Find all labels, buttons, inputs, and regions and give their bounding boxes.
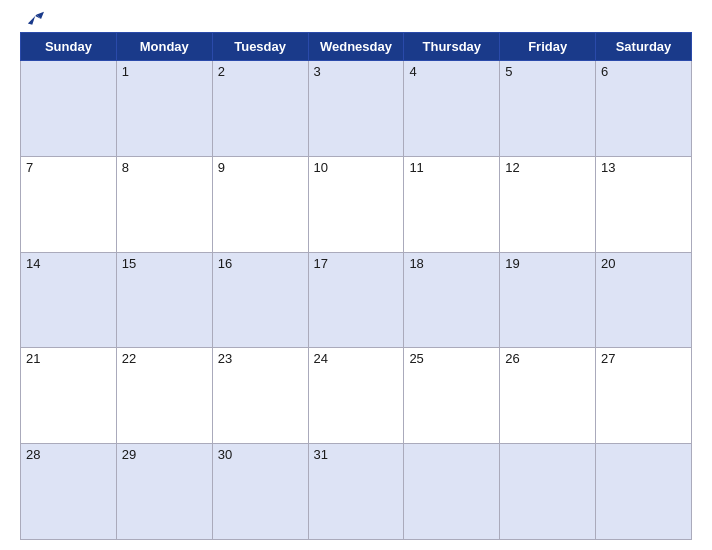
day-number: 12	[505, 160, 519, 175]
day-number: 26	[505, 351, 519, 366]
weekday-header-row: SundayMondayTuesdayWednesdayThursdayFrid…	[21, 33, 692, 61]
day-number: 21	[26, 351, 40, 366]
day-number: 4	[409, 64, 416, 79]
day-number: 24	[314, 351, 328, 366]
logo-bird-icon	[22, 10, 44, 28]
calendar-cell: 10	[308, 156, 404, 252]
day-number: 9	[218, 160, 225, 175]
day-number: 6	[601, 64, 608, 79]
day-number: 27	[601, 351, 615, 366]
day-number: 7	[26, 160, 33, 175]
day-number: 25	[409, 351, 423, 366]
day-number: 15	[122, 256, 136, 271]
calendar-week-row: 78910111213	[21, 156, 692, 252]
calendar-cell: 12	[500, 156, 596, 252]
day-number: 30	[218, 447, 232, 462]
calendar-cell: 26	[500, 348, 596, 444]
day-number: 14	[26, 256, 40, 271]
header	[20, 10, 692, 28]
day-number: 22	[122, 351, 136, 366]
logo	[20, 10, 44, 28]
calendar-cell	[21, 61, 117, 157]
calendar-cell: 18	[404, 252, 500, 348]
day-number: 1	[122, 64, 129, 79]
calendar-cell: 17	[308, 252, 404, 348]
calendar-cell: 4	[404, 61, 500, 157]
calendar-cell: 23	[212, 348, 308, 444]
weekday-header-sunday: Sunday	[21, 33, 117, 61]
calendar-cell: 7	[21, 156, 117, 252]
logo-blue-text	[20, 10, 44, 28]
calendar-cell: 13	[596, 156, 692, 252]
day-number: 31	[314, 447, 328, 462]
calendar-cell: 29	[116, 444, 212, 540]
calendar-cell: 9	[212, 156, 308, 252]
calendar-cell: 6	[596, 61, 692, 157]
calendar-cell	[596, 444, 692, 540]
calendar-cell: 22	[116, 348, 212, 444]
calendar-cell: 15	[116, 252, 212, 348]
day-number: 3	[314, 64, 321, 79]
calendar-cell: 24	[308, 348, 404, 444]
day-number: 11	[409, 160, 423, 175]
calendar-cell: 1	[116, 61, 212, 157]
weekday-header-friday: Friday	[500, 33, 596, 61]
calendar-cell: 14	[21, 252, 117, 348]
calendar-cell	[404, 444, 500, 540]
calendar-cell: 3	[308, 61, 404, 157]
calendar-week-row: 14151617181920	[21, 252, 692, 348]
calendar-cell: 11	[404, 156, 500, 252]
calendar-cell: 27	[596, 348, 692, 444]
day-number: 2	[218, 64, 225, 79]
weekday-header-thursday: Thursday	[404, 33, 500, 61]
day-number: 28	[26, 447, 40, 462]
calendar-week-row: 123456	[21, 61, 692, 157]
day-number: 18	[409, 256, 423, 271]
day-number: 13	[601, 160, 615, 175]
weekday-header-saturday: Saturday	[596, 33, 692, 61]
calendar-cell: 28	[21, 444, 117, 540]
calendar-cell: 16	[212, 252, 308, 348]
day-number: 19	[505, 256, 519, 271]
day-number: 29	[122, 447, 136, 462]
day-number: 20	[601, 256, 615, 271]
calendar-week-row: 21222324252627	[21, 348, 692, 444]
calendar-cell: 30	[212, 444, 308, 540]
day-number: 8	[122, 160, 129, 175]
weekday-header-tuesday: Tuesday	[212, 33, 308, 61]
day-number: 16	[218, 256, 232, 271]
calendar-cell: 21	[21, 348, 117, 444]
calendar-cell	[500, 444, 596, 540]
calendar-cell: 2	[212, 61, 308, 157]
weekday-header-monday: Monday	[116, 33, 212, 61]
day-number: 10	[314, 160, 328, 175]
day-number: 17	[314, 256, 328, 271]
calendar-cell: 31	[308, 444, 404, 540]
calendar-table: SundayMondayTuesdayWednesdayThursdayFrid…	[20, 32, 692, 540]
day-number: 5	[505, 64, 512, 79]
svg-marker-1	[37, 12, 44, 19]
day-number: 23	[218, 351, 232, 366]
calendar-cell: 19	[500, 252, 596, 348]
calendar-cell: 20	[596, 252, 692, 348]
calendar-cell: 5	[500, 61, 596, 157]
calendar-cell: 8	[116, 156, 212, 252]
weekday-header-wednesday: Wednesday	[308, 33, 404, 61]
calendar-week-row: 28293031	[21, 444, 692, 540]
calendar-cell: 25	[404, 348, 500, 444]
